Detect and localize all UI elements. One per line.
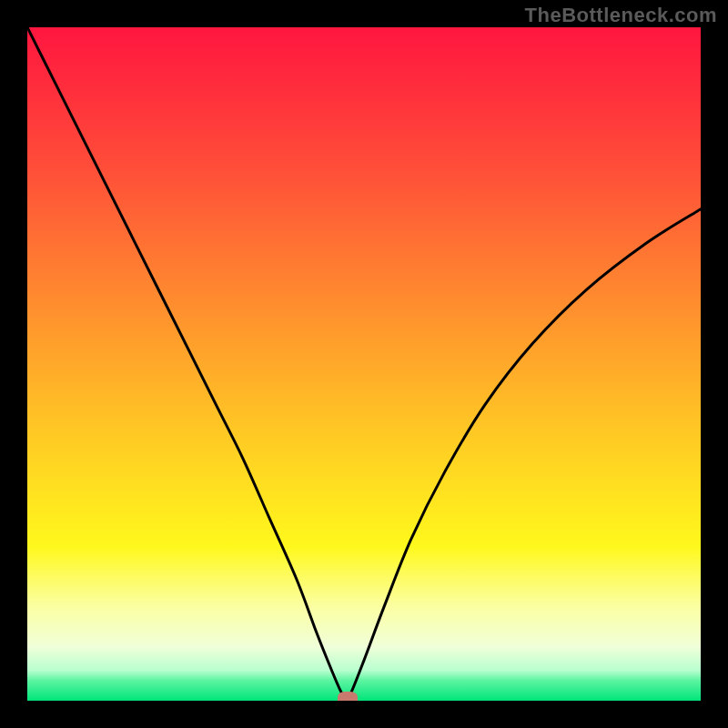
chart-svg [27, 27, 701, 701]
plot-area [27, 27, 701, 701]
gradient-background [27, 27, 701, 701]
chart-frame: TheBottleneck.com [0, 0, 728, 728]
optimum-marker [338, 692, 358, 701]
watermark-text: TheBottleneck.com [525, 4, 717, 27]
